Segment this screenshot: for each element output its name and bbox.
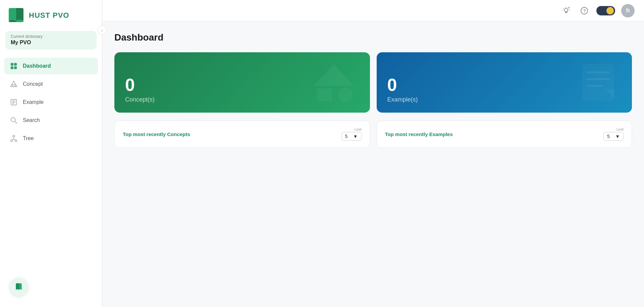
recent-row: Top most recently Concepts Limit 5 ▼ Top…	[114, 121, 632, 148]
recent-concepts-card: Top most recently Concepts Limit 5 ▼	[114, 121, 370, 148]
svg-text:✦: ✦	[568, 7, 570, 9]
dashboard-icon	[9, 62, 18, 70]
theme-toggle[interactable]	[596, 6, 615, 15]
svg-rect-5	[12, 85, 15, 87]
theme-toggle-knob	[606, 7, 614, 14]
avatar[interactable]: h	[621, 4, 635, 17]
svg-rect-0	[11, 63, 13, 66]
nav-list: Dashboard Concept Example	[0, 55, 102, 149]
current-dict-name: My PVO	[11, 40, 91, 46]
sidebar-item-search-label: Search	[23, 117, 40, 123]
svg-line-11	[15, 121, 17, 123]
help-icon[interactable]: ?	[578, 5, 590, 17]
search-icon	[9, 116, 18, 125]
svg-marker-4	[11, 81, 17, 87]
recent-concepts-title: Top most recently Concepts	[123, 131, 190, 137]
sidebar-item-concept-label: Concept	[23, 81, 43, 87]
logo-area: HUST PVO	[0, 0, 102, 31]
page-title: Dashboard	[114, 32, 632, 43]
concepts-bg-icon	[307, 62, 361, 103]
sidebar-item-tree[interactable]: Tree	[4, 130, 98, 147]
svg-point-34	[338, 87, 353, 102]
limit-examples-chevron: ▼	[615, 134, 620, 139]
svg-rect-33	[317, 88, 332, 101]
svg-line-16	[12, 139, 14, 140]
tree-icon	[9, 134, 18, 143]
sidebar-item-tree-label: Tree	[23, 135, 34, 141]
limit-examples-wrap: Limit 5 ▼	[603, 128, 624, 141]
stats-row: 0 Concept(s) 0 Example(s)	[114, 52, 632, 113]
sidebar-item-dashboard-label: Dashboard	[23, 63, 51, 69]
svg-rect-13	[11, 140, 12, 142]
top-bar: ✦ ? h	[102, 0, 644, 21]
svg-point-18	[565, 8, 568, 12]
sidebar-item-search[interactable]: Search	[4, 112, 98, 129]
limit-concepts-wrap: Limit 5 ▼	[341, 128, 362, 141]
main-area: ✦ ? h Dashboard	[102, 0, 644, 307]
svg-rect-2	[11, 66, 13, 69]
sidebar: HUST PVO Current dictionary My PVO Dashb…	[0, 0, 102, 307]
svg-rect-14	[15, 140, 17, 142]
sidebar-item-dashboard[interactable]: Dashboard	[4, 58, 98, 74]
book-icon	[14, 283, 23, 291]
svg-line-22	[564, 8, 564, 9]
bottom-fab-button[interactable]	[9, 278, 28, 296]
app-name: HUST PVO	[29, 11, 69, 20]
svg-marker-32	[314, 64, 354, 86]
svg-point-27	[609, 10, 611, 12]
limit-examples-select[interactable]: 5 ▼	[603, 132, 624, 141]
recent-examples-card: Top most recently Examples Limit 5 ▼	[377, 121, 632, 148]
concept-icon	[9, 80, 18, 88]
svg-text:?: ?	[583, 8, 586, 13]
sidebar-item-example-label: Example	[23, 99, 44, 105]
examples-stat-card: 0 Example(s)	[377, 52, 632, 113]
svg-line-17	[14, 139, 16, 140]
lightbulb-icon[interactable]: ✦	[560, 5, 572, 17]
sidebar-item-example[interactable]: Example	[4, 94, 98, 111]
concepts-stat-card: 0 Concept(s)	[114, 52, 370, 113]
svg-rect-1	[14, 63, 17, 66]
svg-rect-35	[582, 64, 614, 101]
limit-concepts-value: 5	[345, 134, 348, 139]
example-icon	[9, 98, 18, 107]
svg-rect-12	[13, 135, 15, 137]
limit-examples-label: Limit	[614, 128, 624, 131]
recent-examples-title: Top most recently Examples	[385, 131, 453, 137]
limit-concepts-chevron: ▼	[353, 134, 358, 139]
limit-concepts-label: Limit	[352, 128, 361, 131]
current-dict-box: Current dictionary My PVO	[5, 31, 97, 50]
limit-concepts-select[interactable]: 5 ▼	[341, 132, 362, 141]
sidebar-collapse-button[interactable]: ‹	[97, 25, 107, 35]
limit-examples-value: 5	[607, 134, 610, 139]
main-content: Dashboard 0 Concept(s)	[102, 21, 644, 307]
sidebar-item-concept[interactable]: Concept	[4, 76, 98, 93]
svg-rect-3	[14, 66, 17, 69]
current-dict-label: Current dictionary	[11, 34, 91, 39]
examples-bg-icon	[576, 62, 623, 103]
logo-icon	[7, 6, 25, 25]
